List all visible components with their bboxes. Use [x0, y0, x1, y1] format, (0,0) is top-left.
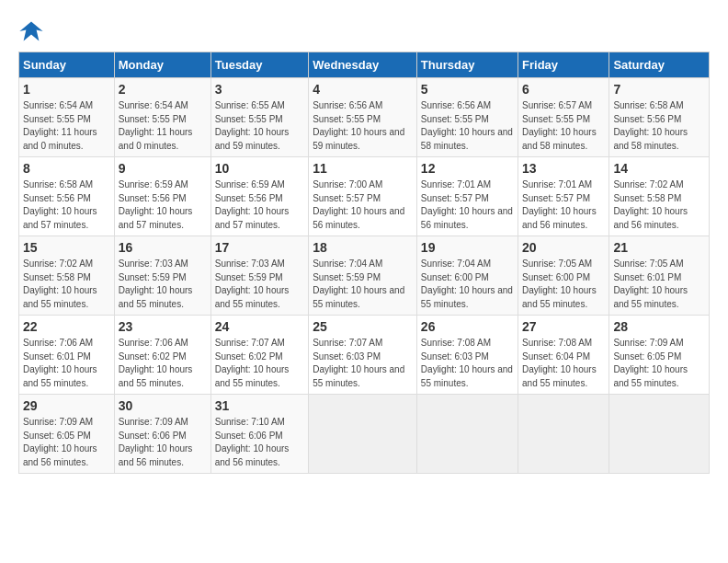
- day-info: Sunrise: 7:08 AM Sunset: 6:03 PM Dayligh…: [421, 337, 514, 390]
- calendar-day-cell: 14 Sunrise: 7:02 AM Sunset: 5:58 PM Dayl…: [609, 157, 710, 236]
- weekday-header: Saturday: [609, 52, 710, 78]
- day-number: 27: [522, 319, 605, 334]
- calendar-day-cell: 12 Sunrise: 7:01 AM Sunset: 5:57 PM Dayl…: [416, 157, 518, 236]
- weekday-header: Monday: [114, 52, 210, 78]
- calendar-day-cell: 5 Sunrise: 6:56 AM Sunset: 5:55 PM Dayli…: [416, 78, 518, 157]
- day-info: Sunrise: 7:10 AM Sunset: 6:06 PM Dayligh…: [215, 416, 304, 469]
- day-info: Sunrise: 7:08 AM Sunset: 6:04 PM Dayligh…: [522, 337, 605, 390]
- day-info: Sunrise: 6:59 AM Sunset: 5:56 PM Dayligh…: [119, 178, 207, 232]
- calendar-day-cell: 25 Sunrise: 7:07 AM Sunset: 6:03 PM Dayl…: [309, 316, 417, 395]
- day-info: Sunrise: 7:04 AM Sunset: 5:59 PM Dayligh…: [313, 258, 413, 311]
- calendar-day-cell: [416, 395, 518, 474]
- day-number: 9: [119, 161, 207, 176]
- day-info: Sunrise: 6:54 AM Sunset: 5:55 PM Dayligh…: [23, 99, 110, 153]
- day-info: Sunrise: 6:54 AM Sunset: 5:55 PM Dayligh…: [119, 99, 207, 153]
- day-number: 16: [119, 240, 207, 255]
- calendar-day-cell: 30 Sunrise: 7:09 AM Sunset: 6:06 PM Dayl…: [114, 395, 210, 474]
- calendar-day-cell: 6 Sunrise: 6:57 AM Sunset: 5:55 PM Dayli…: [518, 78, 609, 157]
- calendar-day-cell: 2 Sunrise: 6:54 AM Sunset: 5:55 PM Dayli…: [114, 78, 210, 157]
- day-number: 1: [23, 82, 110, 97]
- day-info: Sunrise: 7:01 AM Sunset: 5:57 PM Dayligh…: [522, 178, 605, 232]
- weekday-header: Friday: [518, 52, 609, 78]
- calendar-day-cell: 9 Sunrise: 6:59 AM Sunset: 5:56 PM Dayli…: [114, 157, 210, 236]
- calendar-day-cell: 21 Sunrise: 7:05 AM Sunset: 6:01 PM Dayl…: [609, 236, 710, 316]
- day-number: 11: [313, 161, 413, 176]
- day-number: 12: [421, 161, 514, 176]
- calendar-day-cell: [518, 395, 609, 474]
- weekday-header: Sunday: [19, 52, 115, 78]
- day-info: Sunrise: 7:09 AM Sunset: 6:06 PM Dayligh…: [119, 416, 207, 469]
- day-info: Sunrise: 6:58 AM Sunset: 5:56 PM Dayligh…: [23, 178, 110, 232]
- day-info: Sunrise: 7:05 AM Sunset: 6:00 PM Dayligh…: [522, 258, 605, 311]
- weekday-header: Thursday: [416, 52, 518, 78]
- day-number: 2: [119, 82, 207, 97]
- day-info: Sunrise: 7:07 AM Sunset: 6:03 PM Dayligh…: [313, 337, 413, 390]
- day-number: 15: [23, 240, 110, 255]
- day-number: 5: [421, 82, 514, 97]
- calendar-week-row: 22 Sunrise: 7:06 AM Sunset: 6:01 PM Dayl…: [19, 316, 710, 395]
- calendar-day-cell: 20 Sunrise: 7:05 AM Sunset: 6:00 PM Dayl…: [518, 236, 609, 316]
- calendar-day-cell: 23 Sunrise: 7:06 AM Sunset: 6:02 PM Dayl…: [114, 316, 210, 395]
- day-info: Sunrise: 6:59 AM Sunset: 5:56 PM Dayligh…: [215, 178, 304, 232]
- day-number: 26: [421, 319, 514, 334]
- day-number: 18: [313, 240, 413, 255]
- calendar-day-cell: 31 Sunrise: 7:10 AM Sunset: 6:06 PM Dayl…: [210, 395, 308, 474]
- calendar-day-cell: 17 Sunrise: 7:03 AM Sunset: 5:59 PM Dayl…: [210, 236, 308, 316]
- day-number: 19: [421, 240, 514, 255]
- calendar-day-cell: 22 Sunrise: 7:06 AM Sunset: 6:01 PM Dayl…: [19, 316, 115, 395]
- day-info: Sunrise: 6:58 AM Sunset: 5:56 PM Dayligh…: [613, 99, 705, 153]
- day-info: Sunrise: 7:07 AM Sunset: 6:02 PM Dayligh…: [215, 337, 304, 390]
- day-info: Sunrise: 7:06 AM Sunset: 6:01 PM Dayligh…: [23, 337, 110, 390]
- calendar-day-cell: 16 Sunrise: 7:03 AM Sunset: 5:59 PM Dayl…: [114, 236, 210, 316]
- day-number: 20: [522, 240, 605, 255]
- day-info: Sunrise: 7:02 AM Sunset: 5:58 PM Dayligh…: [23, 258, 110, 311]
- day-info: Sunrise: 6:57 AM Sunset: 5:55 PM Dayligh…: [522, 99, 605, 153]
- day-number: 13: [522, 161, 605, 176]
- day-number: 29: [23, 398, 110, 413]
- calendar-week-row: 29 Sunrise: 7:09 AM Sunset: 6:05 PM Dayl…: [19, 395, 710, 474]
- logo: [18, 18, 48, 44]
- day-number: 14: [613, 161, 705, 176]
- page-header: [18, 18, 710, 44]
- calendar-day-cell: 7 Sunrise: 6:58 AM Sunset: 5:56 PM Dayli…: [609, 78, 710, 157]
- day-number: 8: [23, 161, 110, 176]
- day-info: Sunrise: 7:06 AM Sunset: 6:02 PM Dayligh…: [119, 337, 207, 390]
- calendar-week-row: 1 Sunrise: 6:54 AM Sunset: 5:55 PM Dayli…: [19, 78, 710, 157]
- day-info: Sunrise: 7:05 AM Sunset: 6:01 PM Dayligh…: [613, 258, 705, 311]
- calendar-day-cell: 1 Sunrise: 6:54 AM Sunset: 5:55 PM Dayli…: [19, 78, 115, 157]
- calendar-day-cell: [609, 395, 710, 474]
- calendar-day-cell: 3 Sunrise: 6:55 AM Sunset: 5:55 PM Dayli…: [210, 78, 308, 157]
- day-number: 30: [119, 398, 207, 413]
- svg-marker-0: [19, 22, 42, 41]
- day-number: 7: [613, 82, 705, 97]
- day-info: Sunrise: 6:55 AM Sunset: 5:55 PM Dayligh…: [215, 99, 304, 153]
- weekday-header-row: SundayMondayTuesdayWednesdayThursdayFrid…: [19, 52, 710, 78]
- calendar-day-cell: 15 Sunrise: 7:02 AM Sunset: 5:58 PM Dayl…: [19, 236, 115, 316]
- day-info: Sunrise: 7:02 AM Sunset: 5:58 PM Dayligh…: [613, 178, 705, 232]
- day-number: 3: [215, 82, 304, 97]
- day-info: Sunrise: 7:01 AM Sunset: 5:57 PM Dayligh…: [421, 178, 514, 232]
- weekday-header: Tuesday: [210, 52, 308, 78]
- day-info: Sunrise: 7:09 AM Sunset: 6:05 PM Dayligh…: [613, 337, 705, 390]
- calendar-day-cell: 8 Sunrise: 6:58 AM Sunset: 5:56 PM Dayli…: [19, 157, 115, 236]
- weekday-header: Wednesday: [309, 52, 417, 78]
- day-number: 10: [215, 161, 304, 176]
- day-info: Sunrise: 7:03 AM Sunset: 5:59 PM Dayligh…: [119, 258, 207, 311]
- calendar-table: SundayMondayTuesdayWednesdayThursdayFrid…: [18, 52, 710, 474]
- day-number: 25: [313, 319, 413, 334]
- calendar-day-cell: [309, 395, 417, 474]
- day-info: Sunrise: 7:03 AM Sunset: 5:59 PM Dayligh…: [215, 258, 304, 311]
- day-info: Sunrise: 7:09 AM Sunset: 6:05 PM Dayligh…: [23, 416, 110, 469]
- day-number: 22: [23, 319, 110, 334]
- day-number: 24: [215, 319, 304, 334]
- day-number: 4: [313, 82, 413, 97]
- day-info: Sunrise: 7:04 AM Sunset: 6:00 PM Dayligh…: [421, 258, 514, 311]
- calendar-day-cell: 18 Sunrise: 7:04 AM Sunset: 5:59 PM Dayl…: [309, 236, 417, 316]
- calendar-week-row: 15 Sunrise: 7:02 AM Sunset: 5:58 PM Dayl…: [19, 236, 710, 316]
- calendar-day-cell: 26 Sunrise: 7:08 AM Sunset: 6:03 PM Dayl…: [416, 316, 518, 395]
- calendar-day-cell: 19 Sunrise: 7:04 AM Sunset: 6:00 PM Dayl…: [416, 236, 518, 316]
- calendar-week-row: 8 Sunrise: 6:58 AM Sunset: 5:56 PM Dayli…: [19, 157, 710, 236]
- calendar-day-cell: 27 Sunrise: 7:08 AM Sunset: 6:04 PM Dayl…: [518, 316, 609, 395]
- calendar-day-cell: 11 Sunrise: 7:00 AM Sunset: 5:57 PM Dayl…: [309, 157, 417, 236]
- day-info: Sunrise: 6:56 AM Sunset: 5:55 PM Dayligh…: [421, 99, 514, 153]
